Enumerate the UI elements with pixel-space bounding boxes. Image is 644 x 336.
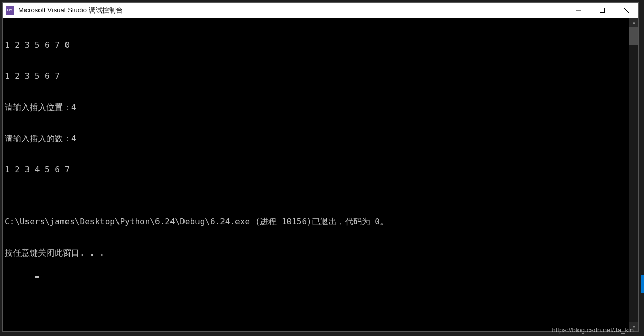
output-line: 1 2 3 5 6 7 [5,71,627,82]
scrollbar-up-button[interactable]: ▲ [629,18,638,27]
output-line: C:\Users\james\Desktop\Python\6.24\Debug… [5,217,627,227]
output-line: 1 2 3 4 5 6 7 [5,165,627,175]
console-output[interactable]: 1 2 3 5 6 7 0 1 2 3 5 6 7 请输入插入位置：4 请输入插… [3,18,629,331]
vertical-scrollbar[interactable]: ▲ ▼ [629,18,638,331]
close-button[interactable] [614,3,638,18]
console-window: C:\ Microsoft Visual Studio 调试控制台 1 2 3 … [2,2,639,332]
scrollbar-thumb[interactable] [629,27,638,45]
console-area: 1 2 3 5 6 7 0 1 2 3 5 6 7 请输入插入位置：4 请输入插… [3,18,638,331]
output-line: 按任意键关闭此窗口. . . [5,248,627,258]
output-line: 请输入插入的数：4 [5,133,627,144]
minimize-button[interactable] [567,3,590,18]
maximize-button[interactable] [590,3,614,18]
svg-rect-1 [600,8,605,12]
window-title: Microsoft Visual Studio 调试控制台 [18,6,567,15]
output-line: 1 2 3 5 6 7 0 [5,40,627,50]
window-controls [567,3,638,18]
titlebar[interactable]: C:\ Microsoft Visual Studio 调试控制台 [3,3,638,18]
cursor [35,276,39,278]
scrollbar-down-button[interactable]: ▼ [629,322,638,331]
output-line: 请输入插入位置：4 [5,102,627,113]
app-icon: C:\ [6,6,14,15]
side-accent [641,275,644,293]
